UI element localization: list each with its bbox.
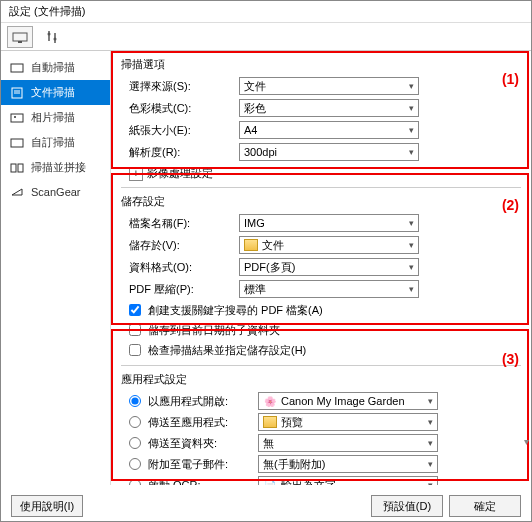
saveto-select[interactable]: 文件▾ <box>239 236 419 254</box>
pdfcomp-select[interactable]: 標準▾ <box>239 280 419 298</box>
format-label: 資料格式(O): <box>129 260 239 275</box>
app-settings-title: 應用程式設定 <box>121 372 525 387</box>
attach-email-radio[interactable] <box>129 458 141 470</box>
source-label: 選擇來源(S): <box>129 79 239 94</box>
plus-icon: + <box>129 167 143 181</box>
chevron-down-icon: ▾ <box>428 459 433 469</box>
folder-icon <box>244 239 258 251</box>
chevron-down-icon: ▾ <box>409 103 414 113</box>
svg-rect-12 <box>18 164 23 172</box>
send-to-app-select[interactable]: 預覽▾ <box>258 413 438 431</box>
stitch-scan-icon <box>9 161 25 175</box>
sidebar-item-label: 自訂掃描 <box>31 135 75 150</box>
image-processing-expand[interactable]: + 影像處理設定 <box>129 166 213 181</box>
send-to-folder-label: 傳送至資料夾: <box>148 436 254 451</box>
svg-rect-8 <box>11 114 23 122</box>
chevron-down-icon: ▾ <box>409 125 414 135</box>
check-results-checkbox[interactable] <box>129 344 141 356</box>
sidebar-item-label: 自動掃描 <box>31 60 75 75</box>
sidebar-item-label: ScanGear <box>31 186 81 198</box>
pdf-keyword-checkbox[interactable] <box>129 304 141 316</box>
document-scan-icon <box>9 86 25 100</box>
notepad-icon: 📄 <box>263 478 277 485</box>
image-processing-label: 影像處理設定 <box>147 166 213 181</box>
sidebar-item-label: 掃描並拼接 <box>31 160 86 175</box>
scan-options-title: 掃描選項 <box>121 57 525 72</box>
source-select[interactable]: 文件▾ <box>239 77 419 95</box>
color-label: 色彩模式(C): <box>129 101 239 116</box>
annotation-label-3: (3) <box>502 351 519 367</box>
toolbar <box>1 23 531 51</box>
help-button[interactable]: 使用說明(I) <box>11 495 83 517</box>
svg-point-3 <box>54 37 57 40</box>
svg-rect-11 <box>11 164 16 172</box>
open-with-app-select[interactable]: 🌸Canon My Image Garden▾ <box>258 392 438 410</box>
sidebar-item-auto[interactable]: 自動掃描 <box>1 55 110 80</box>
pdfcomp-label: PDF 壓縮(P): <box>129 282 239 297</box>
send-to-folder-radio[interactable] <box>129 437 141 449</box>
filename-label: 檔案名稱(F): <box>129 216 239 231</box>
svg-rect-0 <box>13 33 27 41</box>
scanner-tab-icon[interactable] <box>7 26 33 48</box>
divider <box>121 365 521 366</box>
sidebar: 自動掃描 文件掃描 相片掃描 自訂掃描 掃描並拼接 ScanGear <box>1 51 111 485</box>
chevron-down-icon: ▾ <box>409 284 414 294</box>
saveto-label: 儲存於(V): <box>129 238 239 253</box>
start-ocr-label: 啟動 OCR: <box>148 478 254 486</box>
window-title: 設定 (文件掃描) <box>1 1 531 23</box>
svg-point-9 <box>14 116 16 118</box>
check-results-label: 檢查掃描結果並指定儲存設定(H) <box>148 343 306 358</box>
sidebar-item-photo[interactable]: 相片掃描 <box>1 105 110 130</box>
start-ocr-select[interactable]: 📄輸出為文字▾ <box>258 476 438 485</box>
sidebar-item-scangear[interactable]: ScanGear <box>1 180 110 204</box>
folder-icon <box>263 416 277 428</box>
sidebar-item-label: 相片掃描 <box>31 110 75 125</box>
date-subfolder-checkbox[interactable] <box>129 324 141 336</box>
open-with-app-label: 以應用程式開啟: <box>148 394 254 409</box>
color-select[interactable]: 彩色▾ <box>239 99 419 117</box>
attach-email-select[interactable]: 無(手動附加)▾ <box>258 455 438 473</box>
tools-tab-icon[interactable] <box>39 26 65 48</box>
paper-label: 紙張大小(E): <box>129 123 239 138</box>
settings-dialog: 設定 (文件掃描) 自動掃描 文件掃描 相片掃描 自訂掃描 <box>0 0 532 522</box>
chevron-down-icon: ▾ <box>409 240 414 250</box>
defaults-button[interactable]: 預設值(D) <box>371 495 443 517</box>
save-settings-title: 儲存設定 <box>121 194 525 209</box>
attach-email-label: 附加至電子郵件: <box>148 457 254 472</box>
pdf-keyword-label: 創建支援關鍵字搜尋的 PDF 檔案(A) <box>148 303 323 318</box>
svg-rect-4 <box>11 64 23 72</box>
sidebar-item-document[interactable]: 文件掃描 <box>1 80 110 105</box>
app-icon: 🌸 <box>263 394 277 408</box>
sidebar-item-label: 文件掃描 <box>31 85 75 100</box>
send-to-folder-select[interactable]: 無▾ <box>258 434 438 452</box>
annotation-label-1: (1) <box>502 71 519 87</box>
start-ocr-radio[interactable] <box>129 479 141 485</box>
send-to-app-label: 傳送至應用程式: <box>148 415 254 430</box>
chevron-down-icon: ▾ <box>428 480 433 485</box>
svg-rect-1 <box>18 41 22 43</box>
resolution-select[interactable]: 300dpi▾ <box>239 143 419 161</box>
svg-rect-10 <box>11 139 23 147</box>
chevron-down-icon: ▾ <box>428 396 433 406</box>
open-with-app-radio[interactable] <box>129 395 141 407</box>
scangear-icon <box>9 185 25 199</box>
send-to-app-radio[interactable] <box>129 416 141 428</box>
divider <box>121 187 521 188</box>
annotation-label-2: (2) <box>502 197 519 213</box>
photo-scan-icon <box>9 111 25 125</box>
chevron-down-icon: ▾ <box>409 262 414 272</box>
chevron-down-icon: ▾ <box>428 438 433 448</box>
paper-select[interactable]: A4▾ <box>239 121 419 139</box>
filename-select[interactable]: IMG▾ <box>239 214 419 232</box>
ok-button[interactable]: 確定 <box>449 495 521 517</box>
chevron-down-icon: ▾ <box>428 417 433 427</box>
chevron-down-icon: ▾ <box>409 147 414 157</box>
resolution-label: 解析度(R): <box>129 145 239 160</box>
main-panel: (1) (2) (3) 掃描選項 選擇來源(S): 文件▾ 色彩模式(C): 彩… <box>111 51 531 485</box>
sidebar-item-custom[interactable]: 自訂掃描 <box>1 130 110 155</box>
auto-scan-icon <box>9 61 25 75</box>
chevron-down-icon: ▾ <box>409 81 414 91</box>
sidebar-item-stitch[interactable]: 掃描並拼接 <box>1 155 110 180</box>
scroll-indicator-icon[interactable]: ▾ <box>524 436 529 447</box>
format-select[interactable]: PDF(多頁)▾ <box>239 258 419 276</box>
